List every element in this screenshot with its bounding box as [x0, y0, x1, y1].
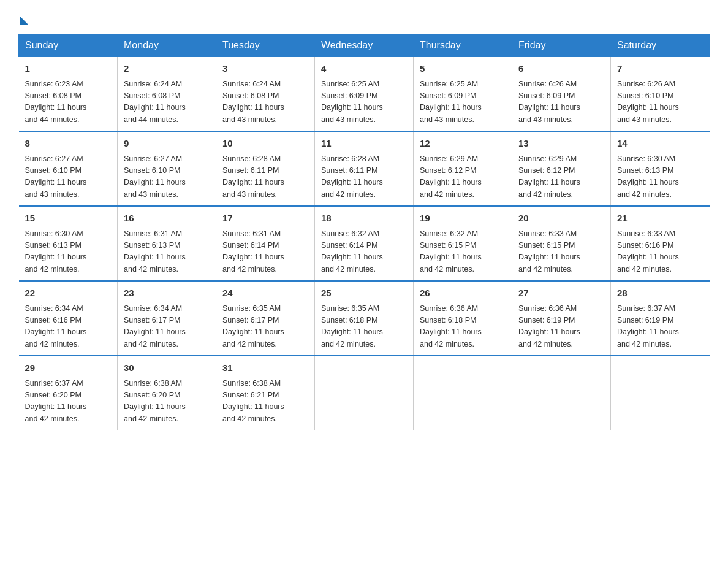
- day-number: 1: [25, 62, 112, 76]
- weekday-header-sunday: Sunday: [19, 35, 118, 57]
- calendar-cell: 25Sunrise: 6:35 AMSunset: 6:18 PMDayligh…: [315, 281, 414, 356]
- calendar-cell: 29Sunrise: 6:37 AMSunset: 6:20 PMDayligh…: [19, 356, 118, 430]
- day-number: 21: [617, 212, 703, 226]
- weekday-header-thursday: Thursday: [414, 35, 512, 57]
- calendar-cell: 26Sunrise: 6:36 AMSunset: 6:18 PMDayligh…: [414, 281, 512, 356]
- day-number: 23: [124, 286, 210, 301]
- calendar-cell: 20Sunrise: 6:33 AMSunset: 6:15 PMDayligh…: [512, 206, 611, 281]
- day-number: 8: [25, 137, 112, 151]
- calendar-cell: 8Sunrise: 6:27 AMSunset: 6:10 PMDaylight…: [19, 131, 118, 206]
- day-info: Sunrise: 6:37 AMSunset: 6:19 PMDaylight:…: [617, 303, 703, 351]
- day-number: 12: [420, 137, 506, 151]
- day-number: 31: [222, 361, 308, 375]
- day-number: 17: [222, 212, 308, 226]
- calendar-cell: 23Sunrise: 6:34 AMSunset: 6:17 PMDayligh…: [118, 281, 216, 356]
- weekday-header-wednesday: Wednesday: [315, 35, 414, 57]
- calendar-week-row-3: 15Sunrise: 6:30 AMSunset: 6:13 PMDayligh…: [19, 206, 710, 281]
- calendar-cell: 2Sunrise: 6:24 AMSunset: 6:08 PMDaylight…: [118, 56, 216, 131]
- logo-arrow-icon: [20, 16, 28, 25]
- calendar-week-row-4: 22Sunrise: 6:34 AMSunset: 6:16 PMDayligh…: [19, 281, 710, 356]
- day-number: 16: [124, 212, 210, 226]
- day-info: Sunrise: 6:26 AMSunset: 6:09 PMDaylight:…: [518, 79, 604, 126]
- day-info: Sunrise: 6:36 AMSunset: 6:18 PMDaylight:…: [420, 303, 506, 351]
- day-info: Sunrise: 6:32 AMSunset: 6:14 PMDaylight:…: [321, 228, 407, 276]
- day-number: 27: [518, 286, 604, 301]
- day-info: Sunrise: 6:29 AMSunset: 6:12 PMDaylight:…: [518, 153, 604, 201]
- day-number: 26: [420, 286, 506, 301]
- calendar-cell: 1Sunrise: 6:23 AMSunset: 6:08 PMDaylight…: [19, 56, 118, 131]
- calendar-cell: 18Sunrise: 6:32 AMSunset: 6:14 PMDayligh…: [315, 206, 414, 281]
- day-info: Sunrise: 6:27 AMSunset: 6:10 PMDaylight:…: [25, 153, 112, 201]
- day-info: Sunrise: 6:34 AMSunset: 6:17 PMDaylight:…: [124, 303, 210, 351]
- calendar-cell: 27Sunrise: 6:36 AMSunset: 6:19 PMDayligh…: [512, 281, 611, 356]
- day-info: Sunrise: 6:33 AMSunset: 6:15 PMDaylight:…: [518, 228, 604, 276]
- day-number: 3: [222, 62, 308, 76]
- day-number: 10: [222, 137, 308, 151]
- day-number: 30: [124, 361, 210, 375]
- calendar-cell: 7Sunrise: 6:26 AMSunset: 6:10 PMDaylight…: [611, 56, 710, 131]
- day-info: Sunrise: 6:35 AMSunset: 6:17 PMDaylight:…: [222, 303, 308, 351]
- calendar-cell: 12Sunrise: 6:29 AMSunset: 6:12 PMDayligh…: [414, 131, 512, 206]
- day-number: 19: [420, 212, 506, 226]
- calendar-cell: [315, 356, 414, 430]
- day-number: 11: [321, 137, 407, 151]
- day-info: Sunrise: 6:38 AMSunset: 6:21 PMDaylight:…: [222, 378, 308, 426]
- weekday-header-monday: Monday: [118, 35, 216, 57]
- day-info: Sunrise: 6:35 AMSunset: 6:18 PMDaylight:…: [321, 303, 407, 351]
- day-number: 22: [25, 286, 112, 301]
- logo: [18, 12, 28, 22]
- weekday-header-row: SundayMondayTuesdayWednesdayThursdayFrid…: [19, 35, 710, 57]
- day-info: Sunrise: 6:27 AMSunset: 6:10 PMDaylight:…: [124, 153, 210, 201]
- calendar-cell: [414, 356, 512, 430]
- calendar-cell: [611, 356, 710, 430]
- day-info: Sunrise: 6:30 AMSunset: 6:13 PMDaylight:…: [617, 153, 703, 201]
- day-number: 4: [321, 62, 407, 76]
- day-number: 20: [518, 212, 604, 226]
- day-info: Sunrise: 6:32 AMSunset: 6:15 PMDaylight:…: [420, 228, 506, 276]
- day-info: Sunrise: 6:34 AMSunset: 6:16 PMDaylight:…: [25, 303, 112, 351]
- day-info: Sunrise: 6:37 AMSunset: 6:20 PMDaylight:…: [25, 378, 112, 426]
- day-number: 29: [25, 361, 112, 375]
- day-number: 5: [420, 62, 506, 76]
- day-info: Sunrise: 6:31 AMSunset: 6:13 PMDaylight:…: [124, 228, 210, 276]
- calendar-cell: 10Sunrise: 6:28 AMSunset: 6:11 PMDayligh…: [216, 131, 315, 206]
- day-number: 24: [222, 286, 308, 301]
- day-info: Sunrise: 6:23 AMSunset: 6:08 PMDaylight:…: [25, 79, 112, 126]
- day-number: 7: [617, 62, 703, 76]
- calendar-cell: 11Sunrise: 6:28 AMSunset: 6:11 PMDayligh…: [315, 131, 414, 206]
- day-number: 25: [321, 286, 407, 301]
- weekday-header-friday: Friday: [512, 35, 611, 57]
- calendar-week-row-2: 8Sunrise: 6:27 AMSunset: 6:10 PMDaylight…: [19, 131, 710, 206]
- calendar-cell: 21Sunrise: 6:33 AMSunset: 6:16 PMDayligh…: [611, 206, 710, 281]
- calendar-cell: 6Sunrise: 6:26 AMSunset: 6:09 PMDaylight…: [512, 56, 611, 131]
- day-info: Sunrise: 6:29 AMSunset: 6:12 PMDaylight:…: [420, 153, 506, 201]
- day-number: 6: [518, 62, 604, 76]
- calendar-cell: 28Sunrise: 6:37 AMSunset: 6:19 PMDayligh…: [611, 281, 710, 356]
- day-info: Sunrise: 6:24 AMSunset: 6:08 PMDaylight:…: [124, 79, 210, 126]
- weekday-header-tuesday: Tuesday: [216, 35, 315, 57]
- day-info: Sunrise: 6:36 AMSunset: 6:19 PMDaylight:…: [518, 303, 604, 351]
- day-number: 15: [25, 212, 112, 226]
- day-info: Sunrise: 6:30 AMSunset: 6:13 PMDaylight:…: [25, 228, 112, 276]
- weekday-header-saturday: Saturday: [611, 35, 710, 57]
- day-number: 2: [124, 62, 210, 76]
- calendar-cell: 9Sunrise: 6:27 AMSunset: 6:10 PMDaylight…: [118, 131, 216, 206]
- calendar-cell: 16Sunrise: 6:31 AMSunset: 6:13 PMDayligh…: [118, 206, 216, 281]
- calendar-table: SundayMondayTuesdayWednesdayThursdayFrid…: [18, 34, 710, 430]
- day-info: Sunrise: 6:28 AMSunset: 6:11 PMDaylight:…: [222, 153, 308, 201]
- calendar-cell: 14Sunrise: 6:30 AMSunset: 6:13 PMDayligh…: [611, 131, 710, 206]
- calendar-cell: [512, 356, 611, 430]
- calendar-cell: 22Sunrise: 6:34 AMSunset: 6:16 PMDayligh…: [19, 281, 118, 356]
- calendar-cell: 24Sunrise: 6:35 AMSunset: 6:17 PMDayligh…: [216, 281, 315, 356]
- calendar-cell: 17Sunrise: 6:31 AMSunset: 6:14 PMDayligh…: [216, 206, 315, 281]
- day-info: Sunrise: 6:31 AMSunset: 6:14 PMDaylight:…: [222, 228, 308, 276]
- day-number: 14: [617, 137, 703, 151]
- calendar-week-row-5: 29Sunrise: 6:37 AMSunset: 6:20 PMDayligh…: [19, 356, 710, 430]
- calendar-cell: 31Sunrise: 6:38 AMSunset: 6:21 PMDayligh…: [216, 356, 315, 430]
- day-info: Sunrise: 6:28 AMSunset: 6:11 PMDaylight:…: [321, 153, 407, 201]
- day-info: Sunrise: 6:25 AMSunset: 6:09 PMDaylight:…: [321, 79, 407, 126]
- calendar-cell: 30Sunrise: 6:38 AMSunset: 6:20 PMDayligh…: [118, 356, 216, 430]
- day-info: Sunrise: 6:38 AMSunset: 6:20 PMDaylight:…: [124, 378, 210, 426]
- day-number: 28: [617, 286, 703, 301]
- calendar-cell: 4Sunrise: 6:25 AMSunset: 6:09 PMDaylight…: [315, 56, 414, 131]
